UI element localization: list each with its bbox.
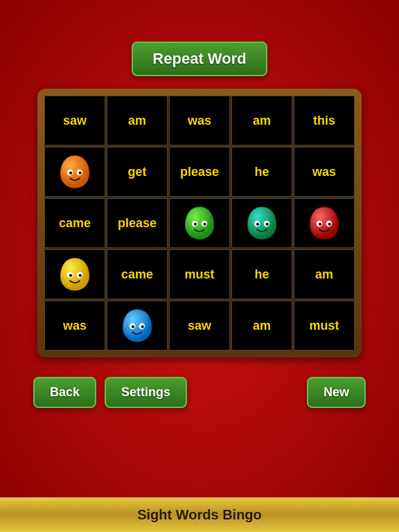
svg-point-15: [328, 223, 331, 226]
cell-word-label: came: [59, 216, 91, 231]
board-cell-2-0[interactable]: came: [44, 198, 105, 248]
board-cell-4-4[interactable]: must: [294, 301, 355, 351]
board-cell-3-0[interactable]: [44, 249, 105, 299]
svg-point-22: [132, 326, 134, 328]
bottom-bar: Sight Words Bingo: [0, 497, 399, 532]
board-cell-0-2[interactable]: was: [169, 96, 230, 145]
board-cell-0-4[interactable]: this: [294, 96, 355, 145]
board-cell-4-0[interactable]: was: [44, 301, 105, 351]
cell-word-label: am: [253, 114, 271, 128]
svg-point-10: [256, 223, 259, 226]
svg-point-2: [69, 172, 72, 175]
cell-word-label: am: [128, 114, 146, 128]
svg-point-18: [69, 274, 72, 277]
repeat-word-label: Repeat Word: [152, 50, 246, 67]
svg-point-6: [194, 223, 197, 226]
svg-point-3: [79, 172, 82, 175]
cell-word-label: saw: [188, 319, 211, 333]
svg-point-14: [319, 223, 321, 226]
board-cell-4-1[interactable]: [107, 301, 168, 351]
board-cell-2-3[interactable]: [231, 198, 292, 248]
controls-bar: Back Settings New: [0, 377, 399, 408]
bingo-board: sawamwasamthis getpleasehewascameplease: [44, 96, 355, 351]
board-cell-1-1[interactable]: get: [107, 147, 168, 197]
cell-word-label: he: [254, 165, 269, 179]
app-title: Sight Words Bingo: [137, 507, 262, 523]
board-cell-2-2[interactable]: [169, 198, 230, 248]
board-cell-3-4[interactable]: am: [294, 249, 355, 299]
cell-word-label: must: [309, 319, 339, 333]
board-cell-4-2[interactable]: saw: [169, 301, 230, 351]
board-cell-4-3[interactable]: am: [231, 301, 292, 351]
cell-word-label: was: [312, 165, 336, 179]
board-cell-3-2[interactable]: must: [169, 249, 230, 299]
settings-button[interactable]: Settings: [105, 377, 187, 408]
cell-word-label: please: [118, 216, 157, 231]
board-cell-1-0[interactable]: [44, 147, 105, 197]
board-cell-3-1[interactable]: came: [107, 249, 168, 299]
bingo-board-container: sawamwasamthis getpleasehewascameplease: [37, 89, 362, 357]
svg-point-23: [141, 326, 144, 328]
svg-point-7: [204, 223, 206, 226]
cell-word-label: was: [63, 319, 87, 333]
svg-point-19: [79, 274, 82, 277]
cell-word-label: this: [313, 114, 335, 128]
svg-point-11: [266, 223, 269, 226]
cell-word-label: please: [180, 165, 219, 179]
cell-word-label: came: [121, 267, 153, 282]
board-cell-1-2[interactable]: please: [169, 147, 230, 197]
cell-word-label: was: [188, 114, 211, 128]
cell-word-label: am: [253, 319, 271, 333]
board-cell-1-3[interactable]: he: [231, 147, 292, 197]
cell-word-label: saw: [63, 114, 87, 128]
cell-word-label: get: [128, 165, 147, 179]
cell-word-label: must: [184, 267, 214, 282]
board-cell-0-3[interactable]: am: [231, 96, 292, 145]
board-cell-0-1[interactable]: am: [107, 96, 168, 145]
left-controls: Back Settings: [33, 377, 187, 408]
board-cell-1-4[interactable]: was: [294, 147, 355, 197]
back-button[interactable]: Back: [33, 377, 96, 408]
board-cell-3-3[interactable]: he: [231, 249, 292, 299]
cell-word-label: he: [254, 267, 269, 282]
new-button[interactable]: New: [307, 377, 366, 408]
board-cell-0-0[interactable]: saw: [44, 96, 105, 145]
board-cell-2-1[interactable]: please: [107, 198, 168, 248]
board-cell-2-4[interactable]: [294, 198, 355, 248]
cell-word-label: am: [315, 267, 333, 282]
repeat-word-button[interactable]: Repeat Word: [132, 42, 267, 76]
